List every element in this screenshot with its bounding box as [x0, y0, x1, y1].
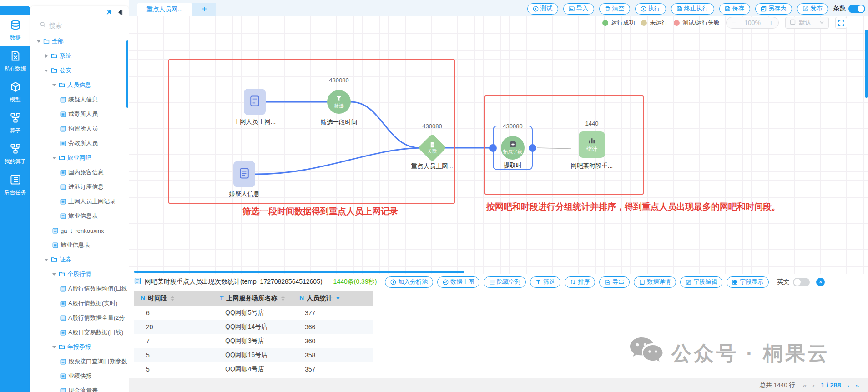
toolbar-button-0[interactable]: 测试 — [527, 3, 558, 15]
tree-item-13[interactable]: ga_t_renkouxinx — [30, 223, 129, 238]
sidebar-item-5[interactable]: 后台任务 — [0, 170, 30, 201]
node-src1[interactable] — [244, 89, 266, 115]
first-page-button[interactable]: « — [803, 382, 807, 389]
tree-item-12[interactable]: 旅业信息表 — [30, 209, 129, 223]
tree-item-3[interactable]: 人员信息 — [30, 78, 129, 92]
tree-item-7[interactable]: 劳教所人员 — [30, 136, 129, 151]
tree-item-15[interactable]: 证券 — [30, 252, 129, 267]
node-count-filter: 430080 — [318, 77, 359, 84]
node-join[interactable]: 关联 — [418, 134, 446, 162]
result-action-5[interactable]: 导出 — [599, 276, 630, 288]
table-row-0[interactable]: 6QQ网咖5号店377 — [134, 306, 373, 320]
node-stats[interactable]: 统计 — [579, 131, 605, 158]
expand-arrow-icon[interactable] — [37, 40, 41, 44]
result-action-7[interactable]: 字段编辑 — [680, 276, 722, 288]
table-row-3[interactable]: 5QQ网咖16号店358 — [134, 348, 373, 362]
sidebar-item-0[interactable]: 数据 — [0, 15, 30, 46]
rows-count-toggle[interactable] — [848, 5, 865, 13]
tree-item-10[interactable]: 进港订座信息 — [30, 180, 129, 194]
tree-item-6[interactable]: 拘留所人员 — [30, 121, 129, 136]
tree-item-2[interactable]: 公安 — [30, 63, 129, 78]
tab-active-workflow[interactable]: 重点人员网... — [137, 3, 192, 16]
result-action-1[interactable]: 数据上图 — [437, 276, 479, 288]
model-icon — [10, 81, 21, 94]
close-result-panel-button[interactable]: ✕ — [816, 278, 825, 286]
tree-item-14[interactable]: 旅业信息表 — [30, 238, 129, 252]
port-left[interactable] — [489, 144, 497, 152]
tree-item-1[interactable]: 系统 — [30, 49, 129, 63]
sort-icon[interactable] — [336, 297, 340, 300]
tree-item-17[interactable]: A股行情数据均值(日线 — [30, 281, 129, 296]
expand-arrow-icon[interactable] — [52, 345, 56, 349]
toolbar-button-5[interactable]: 保存 — [719, 3, 750, 15]
pin-icon[interactable] — [106, 9, 112, 17]
table-row-2[interactable]: 7QQ网咖3号店360 — [134, 334, 373, 348]
column-header-0[interactable]: N时间段 — [134, 291, 213, 306]
table-row-1[interactable]: 20QQ网咖14号店366 — [134, 320, 373, 334]
tree-item-0[interactable]: 全部 — [30, 34, 129, 49]
sort-icon[interactable] — [171, 296, 174, 301]
toolbar-button-3[interactable]: 执行 — [635, 3, 666, 15]
tree-item-19[interactable]: A股行情数据全量(2分 — [30, 311, 129, 325]
last-page-button[interactable]: » — [855, 382, 859, 389]
search-input[interactable] — [49, 22, 113, 29]
toolbar-button-1[interactable]: 导入 — [563, 3, 594, 15]
column-header-2[interactable]: N人员统计 — [293, 291, 373, 306]
toolbar-button-4[interactable]: 终止执行 — [671, 3, 714, 15]
node-src2[interactable] — [233, 161, 255, 187]
sidebar-item-4[interactable]: 我的算子 — [0, 139, 30, 170]
canvas-horizontal-scrollbar[interactable] — [134, 271, 464, 273]
canvas-vertical-scrollbar[interactable] — [865, 30, 868, 98]
tree-item-label: 公安 — [60, 66, 71, 75]
expand-arrow-icon[interactable] — [45, 258, 49, 262]
toolbar-button-6[interactable]: 另存为 — [755, 3, 792, 15]
zoom-control[interactable]: − 100% + — [726, 17, 779, 29]
sidebar-item-2[interactable]: 模型 — [0, 77, 30, 108]
view-mode-select[interactable]: 默认 — [785, 17, 829, 29]
tree-scrollbar[interactable] — [126, 40, 128, 108]
tree-item-4[interactable]: 嫌疑人信息 — [30, 92, 129, 107]
tree-item-9[interactable]: 国内旅客信息 — [30, 165, 129, 180]
tree-item-11[interactable]: 上网人员上网记录 — [30, 194, 129, 209]
result-action-2[interactable]: 隐藏空列 — [484, 276, 526, 288]
next-page-button[interactable]: › — [847, 382, 849, 389]
toolbar-button-7[interactable]: 发布 — [797, 3, 828, 15]
toolbar-button-2[interactable]: 清空 — [599, 3, 630, 15]
add-tab-button[interactable]: + — [192, 3, 216, 16]
result-action-3[interactable]: 筛选 — [530, 276, 560, 288]
tree-item-16[interactable]: 个股行情 — [30, 267, 129, 281]
english-toggle[interactable] — [793, 278, 810, 286]
collapse-arrow-icon[interactable] — [45, 54, 49, 58]
tree-item-24[interactable]: 现金流量表 — [30, 383, 129, 392]
zoom-out-button[interactable]: − — [732, 19, 736, 26]
collapse-panel-icon[interactable] — [117, 9, 123, 17]
workflow-canvas[interactable]: 运行成功未运行测试/运行失败 − 100% + 默认 上网人员上网...筛选43… — [129, 16, 868, 274]
expand-arrow-icon[interactable] — [52, 156, 56, 160]
zoom-in-button[interactable]: + — [769, 19, 773, 26]
sidebar-item-1[interactable]: 私有数据 — [0, 46, 30, 77]
prev-page-button[interactable]: ‹ — [812, 382, 815, 389]
tree-item-21[interactable]: 年报季报 — [30, 340, 129, 354]
tree-item-23[interactable]: 业绩快报 — [30, 369, 129, 383]
tree-item-20[interactable]: A股日交易数据(日线) — [30, 325, 129, 340]
result-action-4[interactable]: 排序 — [565, 276, 595, 288]
expand-arrow-icon[interactable] — [52, 83, 56, 87]
result-action-6[interactable]: 数据详情 — [634, 276, 676, 288]
result-action-label: 隐藏空列 — [497, 278, 520, 286]
table-row-4[interactable]: 5QQ网咖4号店357 — [134, 362, 373, 376]
search-icon — [40, 21, 46, 30]
result-action-0[interactable]: 加入分析池 — [385, 276, 433, 288]
tree-item-22[interactable]: 股票接口查询日期参数 — [30, 354, 129, 369]
column-header-1[interactable]: T上网服务场所名称 — [213, 291, 293, 306]
tree-item-5[interactable]: 戒毒所人员 — [30, 107, 129, 121]
node-filter[interactable]: 筛选 — [327, 90, 351, 114]
result-action-8[interactable]: 字段显示 — [727, 276, 769, 288]
port-right[interactable] — [529, 144, 536, 152]
sort-icon[interactable] — [281, 296, 285, 301]
expand-arrow-icon[interactable] — [52, 272, 56, 276]
expand-arrow-icon[interactable] — [45, 69, 49, 73]
tree-item-18[interactable]: A股行情数据(实时) — [30, 296, 129, 311]
sidebar-item-3[interactable]: 算子 — [0, 108, 30, 139]
tree-item-8[interactable]: 旅业网吧 — [30, 151, 129, 165]
fullscreen-button[interactable] — [835, 17, 847, 29]
